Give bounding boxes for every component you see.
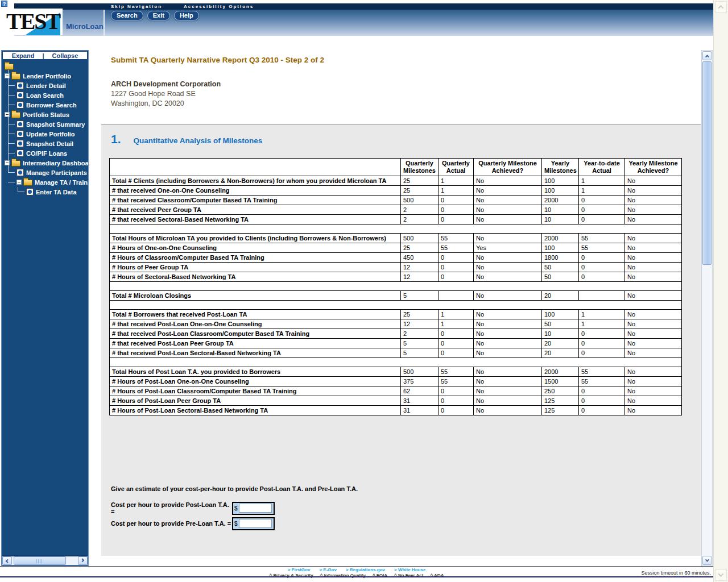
sidebar-item-label: Borrower Search <box>26 102 77 109</box>
sidebar-item-enter-ta-data[interactable]: Enter TA Data <box>2 187 88 197</box>
cell-quarterly-actual: 1 <box>439 176 474 186</box>
spacer-row <box>110 282 682 291</box>
post-loan-cost-input[interactable] <box>239 504 272 513</box>
pre-loan-cost-label: Cost per hour to provide Pre-Loan T.A. = <box>111 520 232 527</box>
sidebar-item-label: Enter TA Data <box>36 189 77 196</box>
cell-quarterly-actual: 0 <box>439 196 474 205</box>
cell-quarterly-actual <box>439 291 474 301</box>
scrollbar-thumb[interactable] <box>702 61 712 265</box>
cell-yearly-milestones: 100 <box>542 243 579 253</box>
cell-quarterly-milestones: 2 <box>401 329 439 339</box>
cell-quarterly-actual: 1 <box>439 310 474 319</box>
cell-yearly-milestone-achieved: No <box>625 234 682 243</box>
scroll-down-button[interactable] <box>702 556 712 565</box>
cell-year-to-date-actual: 1 <box>579 319 625 329</box>
cell-year-to-date-actual: 0 <box>579 396 625 406</box>
cell-year-to-date-actual: 0 <box>579 263 625 272</box>
exit-button[interactable]: Exit <box>147 11 170 20</box>
row-label: # Hours of Sectoral-Based Networking TA <box>110 272 401 282</box>
cell-quarterly-milestone-achieved: No <box>474 215 542 225</box>
tree-connector-icon <box>18 187 24 192</box>
row-label: # that received Post-Loan One-on-One Cou… <box>110 319 401 329</box>
cell-year-to-date-actual: 1 <box>579 186 625 196</box>
table-row: # Hours of Post-Loan Peer Group TA310No1… <box>110 396 682 406</box>
row-label: # that received One-on-One Counseling <box>110 186 401 196</box>
cell-yearly-milestones: 50 <box>542 319 579 329</box>
row-label: # Hours of Post-Loan Peer Group TA <box>110 396 401 406</box>
footer-link-e-gov[interactable]: > E-Gov <box>319 567 336 572</box>
scroll-up-button[interactable] <box>702 51 712 60</box>
cell-year-to-date-actual: 55 <box>579 234 625 243</box>
spacer-row <box>110 358 682 367</box>
skip-navigation-link[interactable]: Skip Navigation <box>111 4 162 9</box>
browser-scroll-down-button[interactable] <box>715 569 727 581</box>
sidebar-item-lender-portfolio[interactable]: Lender Portfolio <box>2 71 88 81</box>
sidebar-item-update-portfolio[interactable]: Update Portfolio <box>2 129 88 139</box>
content-vertical-scrollbar[interactable] <box>701 50 713 566</box>
document-icon <box>16 140 24 147</box>
scroll-left-button[interactable] <box>2 556 12 565</box>
cell-yearly-milestone-achieved: No <box>625 243 682 253</box>
sidebar-item-loan-search[interactable]: Loan Search <box>2 90 88 100</box>
sidebar-item-manage-participants[interactable]: Manage Participants <box>2 168 88 177</box>
pre-loan-cost-input[interactable] <box>239 519 272 528</box>
expand-button[interactable]: Expand <box>12 52 35 59</box>
collapse-button[interactable]: Collapse <box>52 52 78 59</box>
cell-quarterly-actual: 0 <box>439 205 474 215</box>
sidebar-item-label: Loan Search <box>26 92 64 99</box>
tree-expander-icon[interactable] <box>5 112 10 117</box>
sidebar-item-co-pif-loans[interactable]: CO/PIF Loans <box>2 148 88 158</box>
accessibility-options-link[interactable]: Accessibility Options <box>184 4 254 9</box>
cell-yearly-milestone-achieved: No <box>625 205 682 215</box>
sidebar-item-lender-detail[interactable]: Lender Detail <box>2 81 88 90</box>
cell-yearly-milestone-achieved: No <box>625 196 682 205</box>
table-row: # that received Post-Loan Peer Group TA5… <box>110 339 682 348</box>
cell-quarterly-actual: 1 <box>439 186 474 196</box>
cell-quarterly-milestone-achieved: No <box>474 348 542 358</box>
sidebar-item-intermediary-dashboard[interactable]: Intermediary Dashboard <box>2 158 88 168</box>
tree-expander-icon[interactable] <box>5 73 10 78</box>
sidebar-item-borrower-search[interactable]: Borrower Search <box>2 100 88 110</box>
tree-controls: Expand | Collapse <box>2 51 88 60</box>
cell-quarterly-actual: 0 <box>439 215 474 225</box>
scrollbar-track[interactable] <box>12 556 78 565</box>
cell-year-to-date-actual: 55 <box>579 243 625 253</box>
cell-quarterly-milestone-achieved: No <box>474 291 542 301</box>
cell-quarterly-actual: 55 <box>439 234 474 243</box>
sidebar-item-portfolio-status[interactable]: Portfolio Status <box>2 110 88 119</box>
cell-yearly-milestones: 1500 <box>542 377 579 386</box>
cell-yearly-milestones: 2000 <box>542 196 579 205</box>
row-label: # Hours of One-on-One Counseling <box>110 243 401 253</box>
scroll-right-button[interactable] <box>78 556 88 565</box>
help-button[interactable]: Help <box>174 11 199 20</box>
cell-yearly-milestones: 100 <box>542 186 579 196</box>
pre-loan-cost-row: Cost per hour to provide Pre-Loan T.A. =… <box>111 517 358 530</box>
browser-scroll-up-button[interactable] <box>715 1 727 13</box>
sidebar-item-manage-ta-training[interactable]: Manage TA / Training <box>2 177 88 187</box>
cell-quarterly-actual: 0 <box>439 253 474 263</box>
section-title: Quantitative Analysis of Milestones <box>134 136 263 145</box>
table-row: # Hours of Post-Loan One-on-One Counseli… <box>110 377 682 386</box>
row-label: # that received Post-Loan Sectoral-Based… <box>110 348 401 358</box>
cell-year-to-date-actual: 55 <box>579 377 625 386</box>
footer-link-regulations-gov[interactable]: > Regulations.gov <box>346 567 385 572</box>
report-panel: 1. Quantitative Analysis of Milestones Q… <box>101 124 701 556</box>
gov-links-row: > FirstGov> E-Gov> Regulations.gov> Whit… <box>0 568 713 572</box>
row-label: # Hours of Post-Loan Sectoral-Based Netw… <box>110 406 401 415</box>
scrollbar-thumb[interactable] <box>14 556 66 565</box>
tree-expander-icon[interactable] <box>16 180 22 185</box>
sidebar-item-snapshot-detail[interactable]: Snapshot Detail <box>2 139 88 148</box>
sidebar-horizontal-scrollbar[interactable] <box>2 555 88 565</box>
cell-quarterly-milestone-achieved: No <box>474 406 542 415</box>
sidebar-item-label: Portfolio Status <box>23 111 69 118</box>
search-button[interactable]: Search <box>111 11 143 20</box>
sidebar-item-snapshot-summary[interactable]: Snapshot Summary <box>2 119 88 129</box>
browser-vertical-scrollbar[interactable] <box>713 0 728 582</box>
spacer-cell <box>110 358 682 367</box>
footer-link-firstgov[interactable]: > FirstGov <box>288 567 311 572</box>
cell-quarterly-milestones: 500 <box>401 196 439 205</box>
tree-expander-icon[interactable] <box>5 160 10 165</box>
row-label: # that received Post-Loan Classroom/Comp… <box>110 329 401 339</box>
footer-link-white-house[interactable]: > White House <box>394 567 425 572</box>
header-buttons: SearchExitHelp <box>111 11 199 20</box>
